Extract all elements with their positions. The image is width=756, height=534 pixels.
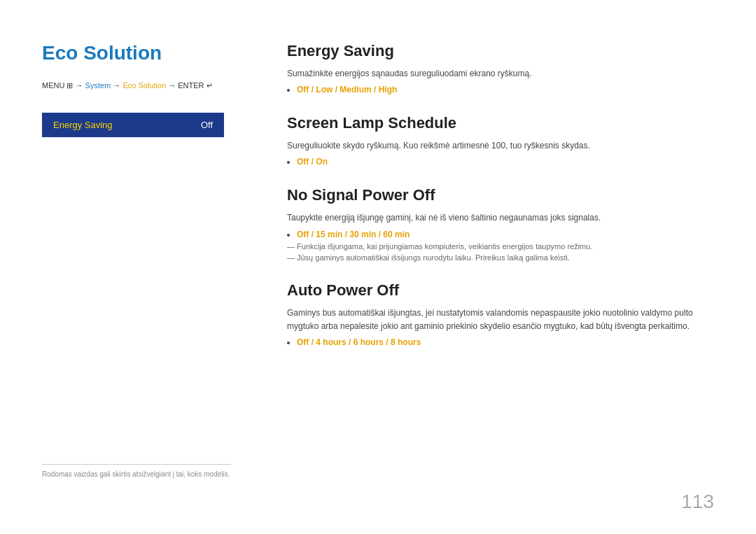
menu-item-label: Energy Saving	[53, 120, 113, 130]
auto-power-off-options: Off / 4 hours / 6 hours / 8 hours	[297, 337, 714, 347]
auto-power-off-options-text: Off / 4 hours / 6 hours / 8 hours	[297, 337, 421, 347]
left-note: Rodomas vaizdas gali skirtis atsižvelgia…	[42, 464, 231, 478]
energy-saving-title: Energy Saving	[287, 42, 714, 60]
screen-lamp-desc: Sureguliuokite skydo ryškumą. Kuo reikšm…	[287, 139, 714, 153]
arrow-3: →	[168, 81, 178, 90]
left-note-text: Rodomas vaizdas gali skirtis atsižvelgia…	[42, 464, 231, 478]
no-signal-note-2: Jūsų gaminys automatiškai išsijungs nuro…	[287, 253, 714, 262]
page-title: Eco Solution	[42, 42, 238, 64]
auto-power-off-desc: Gaminys bus automatiškai išjungtas, jei …	[287, 307, 714, 333]
menu-path: MENU ⊞ → System → Eco Solution → ENTER ↵	[42, 80, 238, 92]
arrow-1: →	[76, 81, 85, 90]
section-screen-lamp: Screen Lamp Schedule Sureguliuokite skyd…	[287, 114, 714, 167]
menu-label: MENU	[42, 81, 64, 90]
section-energy-saving: Energy Saving Sumažinkite energijos sąna…	[287, 42, 714, 94]
no-signal-options: Off / 15 min / 30 min / 60 min	[297, 230, 714, 239]
page-number: 113	[681, 491, 714, 513]
no-signal-options-text: Off / 15 min / 30 min / 60 min	[297, 230, 410, 239]
enter-label: ENTER	[178, 81, 204, 90]
menu-item-value: Off	[201, 120, 213, 130]
no-signal-title: No Signal Power Off	[287, 186, 714, 204]
auto-power-off-title: Auto Power Off	[287, 281, 714, 300]
enter-icon: ↵	[206, 81, 213, 90]
energy-saving-options: Off / Low / Medium / High	[297, 85, 714, 94]
screen-lamp-title: Screen Lamp Schedule	[287, 114, 714, 132]
eco-solution-link[interactable]: Eco Solution	[122, 81, 166, 90]
energy-saving-options-text: Off / Low / Medium / High	[297, 85, 397, 94]
section-auto-power-off: Auto Power Off Gaminys bus automatiškai …	[287, 281, 714, 347]
arrow-2: →	[113, 81, 122, 90]
no-signal-desc: Taupykite energiją išjungę gaminį, kai n…	[287, 211, 714, 225]
energy-saving-desc: Sumažinkite energijos sąnaudas sureguliu…	[287, 67, 714, 80]
screen-lamp-options-text: Off / On	[297, 157, 328, 167]
system-link[interactable]: System	[85, 81, 111, 90]
no-signal-note-1: Funkcija išjungama, kai prijungiamas kom…	[287, 242, 714, 251]
section-no-signal: No Signal Power Off Taupykite energiją i…	[287, 186, 714, 261]
menu-icon: ⊞	[66, 81, 75, 90]
menu-item-energy-saving[interactable]: Energy Saving Off	[42, 113, 224, 137]
screen-lamp-options: Off / On	[297, 157, 714, 167]
